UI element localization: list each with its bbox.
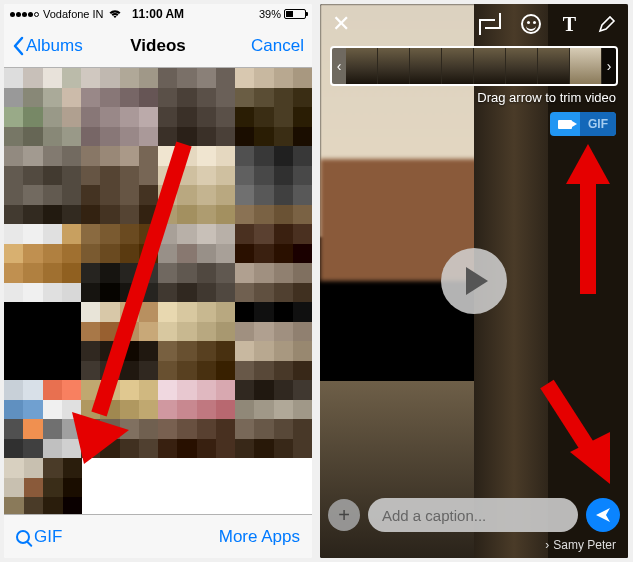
video-gif-toggle[interactable]: GIF [550,112,616,136]
wifi-icon [108,9,122,19]
clock: 11:00 AM [132,7,184,21]
recipient-row[interactable]: › Samy Peter [545,538,616,552]
editor-toolbar: ✕ T [320,4,628,44]
play-button[interactable] [441,248,507,314]
battery-icon [284,9,306,19]
caption-bar: + Add a caption... [328,498,620,532]
picker-bottom-bar: GIF More Apps [4,514,312,558]
video-thumb[interactable] [4,224,81,302]
video-thumb[interactable] [81,380,158,458]
toggle-gif-side[interactable]: GIF [580,112,616,136]
close-icon[interactable]: ✕ [332,11,350,37]
crop-icon[interactable] [481,15,499,33]
carrier-label: Vodafone IN [43,8,104,20]
more-apps-button[interactable]: More Apps [219,527,300,547]
text-icon[interactable]: T [563,13,576,36]
phone-editor-screen: ✕ T ‹ › Drag arrow to trim video GIF + A… [320,4,628,558]
back-button[interactable]: Albums [12,36,83,56]
camera-icon [558,120,572,129]
cancel-button[interactable]: Cancel [251,36,304,56]
video-thumb[interactable] [4,68,81,146]
trim-hint: Drag arrow to trim video [477,90,616,105]
emoji-icon[interactable] [521,14,541,34]
video-thumb[interactable] [158,302,235,380]
video-grid[interactable]: 0:05 [4,68,312,536]
back-label: Albums [26,36,83,56]
gif-label: GIF [34,527,62,547]
recipient-name: Samy Peter [553,538,616,552]
video-thumb[interactable] [81,224,158,302]
toggle-video-side[interactable] [550,120,580,129]
status-bar: Vodafone IN 11:00 AM 39% [4,4,312,24]
video-thumb[interactable] [158,68,235,146]
trim-handle-right[interactable]: › [602,48,616,84]
search-icon [16,530,30,544]
status-right: 39% [259,8,306,20]
chevron-left-icon [12,36,24,56]
trim-strip[interactable]: ‹ › [330,46,618,86]
signal-strength-icon [10,12,39,17]
video-thumb[interactable] [158,146,235,224]
send-icon [594,506,612,524]
phone-picker-screen: Vodafone IN 11:00 AM 39% Albums Videos C… [4,4,312,558]
trim-frames[interactable] [346,48,602,84]
video-thumb[interactable] [4,302,81,380]
video-thumb[interactable] [4,146,81,224]
chevron-right-icon: › [545,538,549,552]
battery-pct: 39% [259,8,281,20]
gif-search-button[interactable]: GIF [16,527,62,547]
status-left: Vodafone IN [10,8,122,20]
send-button[interactable] [586,498,620,532]
caption-input[interactable]: Add a caption... [368,498,578,532]
video-thumb[interactable] [235,302,312,380]
nav-title: Videos [130,36,185,56]
video-thumb[interactable] [235,146,312,224]
video-thumb[interactable] [158,224,235,302]
add-media-button[interactable]: + [328,499,360,531]
video-thumb[interactable] [81,146,158,224]
draw-icon[interactable] [598,15,616,33]
video-thumb[interactable] [235,68,312,146]
video-thumb[interactable] [4,380,81,458]
video-thumb[interactable] [158,380,235,458]
video-thumb[interactable] [81,68,158,146]
trim-handle-left[interactable]: ‹ [332,48,346,84]
video-thumb[interactable] [235,224,312,302]
video-thumb[interactable] [235,380,312,458]
video-thumb[interactable] [81,302,158,380]
nav-bar: Albums Videos Cancel [4,24,312,68]
